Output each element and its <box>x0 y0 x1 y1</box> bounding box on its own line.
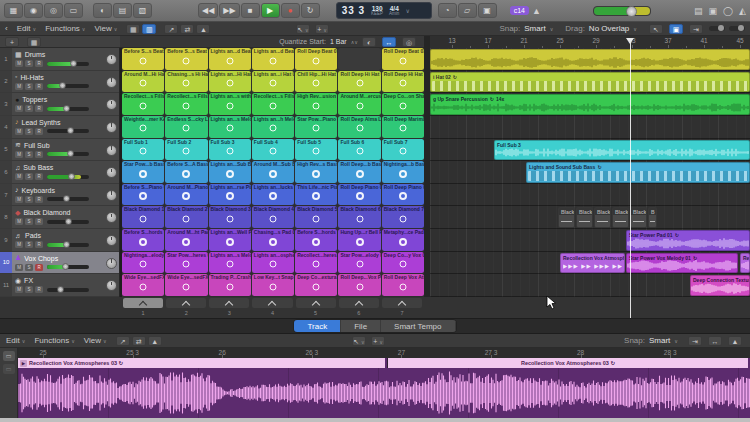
record-enable-button[interactable]: R <box>35 151 43 158</box>
track-header[interactable]: 8◆Black DiamondMSR <box>0 206 119 229</box>
duplicate-track-button[interactable]: ▦ <box>27 37 41 47</box>
track-header[interactable]: 1▦DrumsMSR <box>0 48 119 71</box>
arrange-region[interactable]: g Up Snare Percussion↻14x <box>430 94 750 115</box>
volume-thumb[interactable] <box>57 286 64 293</box>
loop-cell[interactable]: Lights an...d Beat 02 <box>252 48 294 70</box>
loop-cell[interactable]: Star Pow...elody 01 <box>338 252 380 274</box>
record-enable-button[interactable]: R <box>35 60 43 67</box>
arrange-lane[interactable] <box>430 184 750 207</box>
loop-cell[interactable]: Lights an...d Beat 01 <box>209 48 251 70</box>
record-enable-button[interactable]: R <box>35 241 43 248</box>
loop-cell[interactable]: Star Pow...b Bass 01 <box>122 161 164 183</box>
volume-thumb[interactable] <box>67 127 74 134</box>
track-header[interactable]: 10♟Vox ChopsMSR <box>0 252 119 275</box>
lcd-chevron-icon[interactable]: ∨ <box>405 7 409 14</box>
mixer-icon[interactable]: ▤ <box>113 3 132 18</box>
record-enable-button[interactable]: R <box>35 218 43 225</box>
playhead-marker[interactable] <box>626 38 634 44</box>
mute-button[interactable]: M <box>15 173 23 180</box>
marquee-tool-icon[interactable]: ▣ <box>669 24 683 34</box>
arrange-lane[interactable] <box>430 116 750 139</box>
smart-controls-icon[interactable]: ◐ <box>93 3 112 18</box>
lcd-signature[interactable]: 4/4 Amin <box>389 6 399 16</box>
loop-cell[interactable]: Trading P...Crash FX <box>209 274 251 296</box>
loop-cell[interactable]: Roll Deep Alma Lead <box>338 116 380 138</box>
arrange-region[interactable]: Black <box>558 207 575 228</box>
volume-thumb[interactable] <box>63 105 70 112</box>
volume-slider[interactable] <box>47 84 89 88</box>
loop-cell[interactable]: Full Sub 4 <box>252 139 294 161</box>
crossfade-icon[interactable]: ↗ <box>164 24 178 34</box>
performance-icon[interactable]: ◐ <box>362 37 376 47</box>
snap-value[interactable]: Smart <box>524 24 545 33</box>
empty-loop-cell[interactable] <box>338 48 380 70</box>
loop-cell[interactable]: Nightinga...b Bass 03 <box>382 161 424 183</box>
editor-functions-menu[interactable]: Functions∨ <box>34 336 74 345</box>
loop-cell[interactable]: Full Sub 3 <box>209 139 251 161</box>
loop-cell[interactable]: Lights an...lucks 03 <box>252 184 294 206</box>
arrange-region[interactable]: Star Power Pad 01↻ <box>626 230 750 251</box>
stop-button[interactable]: ■ <box>241 3 260 18</box>
editor-crossfade-icon[interactable]: ↗ <box>116 336 130 346</box>
loop-cell[interactable]: Deep Co...y Vox 02 <box>382 252 424 274</box>
editor-scroll-icon[interactable]: ↔ <box>708 336 722 346</box>
track-header[interactable]: 11◉FXMSR <box>0 274 119 297</box>
scene-trigger[interactable] <box>166 298 206 308</box>
loop-cell[interactable]: Full Sub 6 <box>338 139 380 161</box>
editor-region-header[interactable]: ▶Recollection Vox Atmospheres 03 ↻ <box>18 358 387 368</box>
record-enable-button[interactable]: R <box>35 264 43 271</box>
loop-cell[interactable]: Hung Up...r Bell Pad <box>338 229 380 251</box>
mute-button[interactable]: M <box>15 60 23 67</box>
pan-knob[interactable] <box>106 258 117 269</box>
loop-cell[interactable]: Black Diamond 3 <box>209 206 251 228</box>
editor-command-click-tool[interactable]: + ∨ <box>371 336 385 346</box>
track-header[interactable]: 9♬PadsMSR <box>0 229 119 252</box>
editor-edit-menu[interactable]: Edit∨ <box>6 336 25 345</box>
capture-icon[interactable]: ▣ <box>478 3 497 18</box>
lcd-display[interactable]: 33 3 130 KEEP 4/4 Amin ∨ <box>336 2 432 19</box>
loop-cell[interactable]: Before S...s Beat 01 <box>122 48 164 70</box>
loop-cell[interactable]: Around M...Piano 02 <box>165 184 207 206</box>
loop-cell[interactable]: Before S...hords 02 <box>295 229 337 251</box>
mute-button[interactable]: M <box>15 105 23 112</box>
tab-file[interactable]: File <box>341 320 381 332</box>
solo-button[interactable]: S <box>25 196 33 203</box>
loop-cell[interactable]: Lights an...Hi Hat 03 <box>209 71 251 93</box>
editor-zoom-icon[interactable]: ▲ <box>728 336 742 346</box>
editor-view-menu[interactable]: View∨ <box>84 336 107 345</box>
track-header[interactable]: 3●ToppersMSR <box>0 93 119 116</box>
volume-slider[interactable] <box>47 107 89 111</box>
loop-cell[interactable]: Roll Deep...Vox Pad <box>338 274 380 296</box>
window-bottom-scrollbar[interactable] <box>0 418 750 422</box>
loop-cell[interactable]: Wide Eye...sedFX 01 <box>122 274 164 296</box>
left-click-tool[interactable]: ↖ ∨ <box>296 24 310 34</box>
master-level-meter[interactable] <box>593 6 651 16</box>
count-in-icon[interactable]: ▱ <box>458 3 477 18</box>
loop-cell[interactable]: Roll Deep Hi Hat 01 <box>338 71 380 93</box>
loop-cell[interactable]: Roll Deep...b Bass 01 <box>338 161 380 183</box>
track-header[interactable]: 7♪KeyboardsMSR <box>0 184 119 207</box>
arrange-area[interactable]: i Hat 02↻g Up Snare Percussion↻14xFull S… <box>430 48 750 297</box>
scene-trigger[interactable] <box>382 298 422 308</box>
loop-cell[interactable]: Around M...ht Pad 02 <box>165 229 207 251</box>
record-enable-button[interactable]: R <box>35 286 43 293</box>
cycle-button[interactable]: ↻ <box>301 3 320 18</box>
loop-cell[interactable]: Before S...s Beat 03 <box>165 48 207 70</box>
quantize-stepper[interactable]: ∧∨ <box>351 39 358 45</box>
loop-cell[interactable]: Black Diamond 4 <box>252 206 294 228</box>
arrange-region[interactable]: Black <box>630 207 647 228</box>
loop-cell[interactable]: Lights an...Well Pad <box>209 229 251 251</box>
editor-track-icon[interactable]: ▭ <box>3 364 15 374</box>
loop-cell[interactable]: Deep Co...on Shape <box>382 93 424 115</box>
loop-cell[interactable]: Before S...hords 01 <box>122 229 164 251</box>
mute-button[interactable]: M <box>15 83 23 90</box>
grid-view-button[interactable]: ▦ <box>126 24 140 34</box>
track-header[interactable]: 6♫Sub BassMSR <box>0 161 119 184</box>
volume-thumb[interactable] <box>63 241 70 248</box>
edit-menu[interactable]: Edit∨ <box>17 24 36 33</box>
volume-slider[interactable] <box>47 288 89 292</box>
editor-left-click-tool[interactable]: ↖ ∨ <box>352 336 366 346</box>
browser-icon[interactable]: ◭ <box>739 6 746 16</box>
volume-slider[interactable] <box>47 220 89 224</box>
volume-thumb[interactable] <box>65 218 72 225</box>
